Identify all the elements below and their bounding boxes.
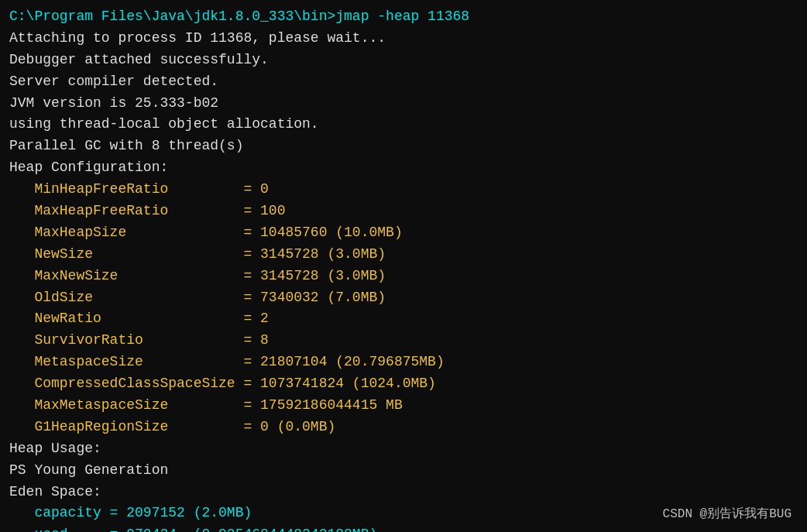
terminal-line-17: SurvivorRatio = 8 — [9, 330, 798, 352]
terminal-line-0: C:\Program Files\Java\jdk1.8.0_333\bin>j… — [9, 6, 798, 28]
terminal-line-21: G1HeapRegionSize = 0 (0.0MB) — [9, 417, 798, 438]
terminal-line-14: MaxNewSize = 3145728 (3.0MB) — [9, 266, 798, 287]
terminal-line-18: MetaspaceSize = 21807104 (20.796875MB) — [9, 352, 798, 373]
terminal-line-19: CompressedClassSpaceSize = 1073741824 (1… — [9, 373, 798, 395]
terminal-line-25: Eden Space: — [9, 482, 798, 503]
watermark: CSDN @别告诉我有BUG — [663, 505, 792, 524]
terminal-line-20: MaxMetaspaceSize = 17592186044415 MB — [9, 395, 798, 417]
terminal-line-7: Parallel GC with 8 thread(s) — [9, 136, 798, 157]
terminal-line-15: OldSize = 7340032 (7.0MB) — [9, 287, 798, 309]
terminal-line-11: MaxHeapFreeRatio = 100 — [9, 201, 798, 222]
terminal-line-12: MaxHeapSize = 10485760 (10.0MB) — [9, 222, 798, 244]
terminal-line-3: Server compiler detected. — [9, 71, 798, 93]
terminal-line-9: Heap Configuration: — [9, 157, 798, 179]
terminal-line-2: Debugger attached successfully. — [9, 50, 798, 71]
terminal-output: C:\Program Files\Java\jdk1.8.0_333\bin>j… — [9, 6, 798, 532]
terminal-line-27: used = 970424 (0.925468444824218​8MB) — [9, 524, 798, 532]
terminal-line-10: MinHeapFreeRatio = 0 — [9, 179, 798, 201]
terminal-window: C:\Program Files\Java\jdk1.8.0_333\bin>j… — [0, 0, 807, 532]
terminal-line-1: Attaching to process ID 11368, please wa… — [9, 28, 798, 50]
terminal-line-16: NewRatio = 2 — [9, 308, 798, 330]
terminal-line-6: using thread-local object allocation. — [9, 114, 798, 136]
terminal-line-24: PS Young Generation — [9, 460, 798, 482]
terminal-line-13: NewSize = 3145728 (3.0MB) — [9, 244, 798, 266]
terminal-line-4: JVM version is 25.333-b02 — [9, 93, 798, 115]
terminal-line-23: Heap Usage: — [9, 438, 798, 460]
